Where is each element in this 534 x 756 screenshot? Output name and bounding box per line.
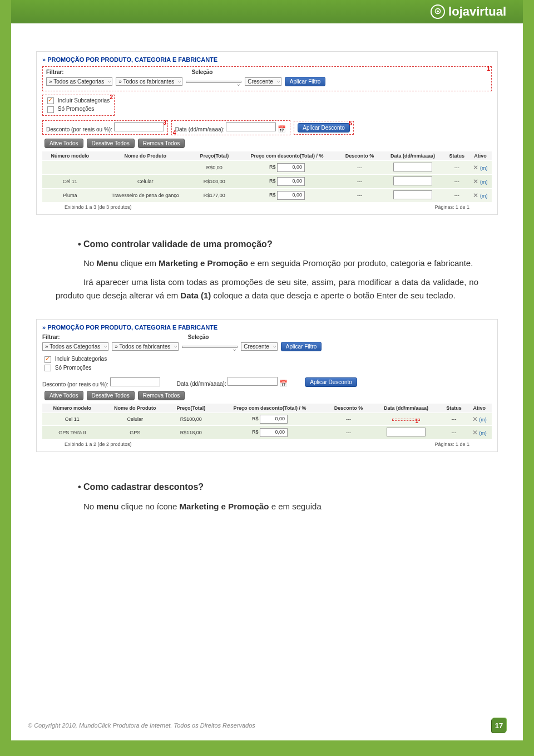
data-row-input[interactable]: 1	[392, 419, 420, 421]
data-row-input[interactable]	[393, 176, 432, 185]
delete-icon[interactable]: ✕	[472, 415, 478, 423]
categorias-select[interactable]: » Todos as Categorias	[42, 342, 108, 351]
delete-icon[interactable]: ✕	[473, 192, 478, 199]
desative-todos-button[interactable]: Desative Todos	[87, 391, 135, 400]
page-number: 17	[492, 718, 506, 733]
th-preco: Preço(Total)	[193, 151, 236, 161]
panel-title: PROMOÇÃO POR PRODUTO, CATEGORIA E FABRIC…	[42, 56, 492, 63]
fabricantes-select[interactable]: » Todos os fabricantes	[116, 77, 182, 86]
so-promo-label: Só Promoções	[55, 365, 92, 371]
table-row: Cel 11 Celular R$100,00 R$ 0,00 --- --- …	[42, 174, 492, 188]
selecao-label: Seleção	[188, 334, 209, 340]
table-row: GPS Terra II GPS R$118,00 R$ 0,00 --- --…	[42, 426, 492, 440]
text-section-2: Como cadastrar descontos? No menu clique…	[56, 480, 478, 513]
marker-3: 3	[163, 120, 166, 126]
ordem-select[interactable]: Crescente	[245, 77, 281, 86]
table-row: Cel 11 Celular R$100,00 R$ 0,00 --- 1 --…	[42, 413, 492, 426]
incluir-sub-checkbox[interactable]	[44, 356, 51, 363]
so-promo-checkbox[interactable]	[44, 365, 51, 371]
data-input[interactable]	[226, 122, 276, 131]
data-label: Data (dd/mm/aaaa):	[175, 126, 225, 132]
heading-validade: Como controlar validade de uma promoção?	[78, 237, 478, 252]
logo-icon: ⦿	[431, 4, 445, 19]
th-nome: Nome do Produto	[97, 151, 193, 161]
exibindo-label: Exibindo 1 a 2 (de 2 produtos)	[65, 441, 132, 447]
marker-5: 5	[349, 120, 352, 126]
ordem-select[interactable]: Crescente	[241, 342, 278, 351]
marker-4: 4	[173, 130, 176, 136]
categorias-select[interactable]: » Todos as Categorias	[46, 77, 112, 86]
selecao-label: Seleção	[192, 69, 213, 75]
th-desconto: Desconto %	[338, 151, 380, 161]
produtos-table-2: Número modelo Nome do Produto Preço(Tota…	[42, 404, 492, 439]
marker-1: 1	[487, 66, 490, 72]
selecao-select[interactable]	[182, 346, 238, 348]
delete-icon[interactable]: ✕	[473, 178, 478, 185]
preco-desc-input[interactable]: 0,00	[260, 428, 288, 437]
screenshot-promo-1: PROMOÇÃO POR PRODUTO, CATEGORIA E FABRIC…	[36, 51, 498, 215]
page-header: ⦿ lojavirtual	[11, 0, 523, 23]
produtos-table: Número modelo Nome do Produto Preço(Tota…	[42, 151, 492, 202]
calendar-icon[interactable]: 📅	[278, 125, 286, 133]
page-footer: © Copyright 2010, MundoClick Produtora d…	[11, 718, 523, 733]
heading-descontos: Como cadastrar descontos?	[78, 480, 478, 494]
marker-2: 2	[110, 94, 113, 100]
incluir-sub-label: Incluir Subcategorias	[58, 97, 110, 104]
calendar-icon[interactable]: 📅	[279, 380, 288, 387]
paginas-label: Páginas: 1 de 1	[434, 441, 469, 447]
delete-icon[interactable]: ✕	[472, 429, 478, 436]
brand-logo: ⦿ lojavirtual	[431, 4, 506, 19]
data-label: Data (dd/mm/aaaa):	[177, 381, 226, 387]
text-section-1: Como controlar validade de uma promoção?…	[56, 237, 478, 303]
table-row: R$0,00 R$ 0,00 --- --- ✕ (m)	[42, 160, 492, 174]
incluir-sub-checkbox[interactable]	[47, 97, 54, 104]
selecao-select[interactable]	[186, 81, 241, 83]
th-numero: Número modelo	[42, 151, 97, 161]
filtrar-label: Filtrar:	[46, 69, 64, 75]
ative-todos-button[interactable]: Ative Todos	[44, 391, 83, 400]
aplicar-desconto-button[interactable]: Aplicar Desconto	[298, 123, 350, 132]
desconto-input[interactable]	[110, 377, 160, 386]
m-link[interactable]: (m)	[479, 417, 487, 423]
th-data: Data (dd/mm/aaaa)	[380, 151, 444, 161]
marker-1: 1	[416, 418, 419, 424]
preco-desc-input[interactable]: 0,00	[277, 163, 305, 172]
panel-title: PROMOÇÃO POR PRODUTO, CATEGORIA E FABRIC…	[42, 324, 492, 331]
remova-todos-button[interactable]: Remova Todos	[138, 391, 185, 400]
table-row: Pluma Travesseiro de pena de ganço R$177…	[42, 188, 492, 202]
data-row-input[interactable]	[387, 428, 426, 436]
delete-icon[interactable]: ✕	[473, 164, 478, 171]
preco-desc-input[interactable]: 0,00	[277, 177, 305, 186]
desative-todos-button[interactable]: Desative Todos	[87, 139, 135, 148]
remova-todos-button[interactable]: Remova Todos	[138, 139, 185, 148]
so-promo-checkbox[interactable]	[47, 106, 54, 113]
brand-name: lojavirtual	[448, 4, 506, 19]
screenshot-promo-2: PROMOÇÃO POR PRODUTO, CATEGORIA E FABRIC…	[36, 319, 498, 452]
desconto-input[interactable]	[114, 122, 164, 131]
desconto-label: Desconto (por reais ou %):	[46, 126, 112, 132]
preco-desc-input[interactable]: 0,00	[260, 415, 288, 424]
data-row-input[interactable]	[393, 163, 432, 171]
m-link[interactable]: (m)	[480, 193, 488, 199]
th-ativo: Ativo	[469, 151, 492, 161]
aplicar-desconto-button[interactable]: Aplicar Desconto	[305, 377, 357, 387]
paginas-label: Páginas: 1 de 1	[434, 204, 469, 210]
data-input[interactable]	[228, 377, 278, 386]
aplicar-filtro-button[interactable]: Aplicar Filtro	[281, 342, 322, 351]
m-link[interactable]: (m)	[480, 179, 488, 185]
th-status: Status	[445, 151, 469, 161]
m-link[interactable]: (m)	[479, 430, 487, 436]
fabricantes-select[interactable]: » Todos os fabricantes	[112, 342, 179, 351]
ative-todos-button[interactable]: Ative Todos	[44, 139, 83, 148]
th-preco-desc: Preço com desconto(Total) / %	[236, 151, 339, 161]
exibindo-label: Exibindo 1 a 3 (de 3 produtos)	[65, 204, 132, 210]
so-promo-label: Só Promoções	[58, 106, 95, 112]
data-row-input[interactable]	[393, 190, 432, 199]
aplicar-filtro-button[interactable]: Aplicar Filtro	[285, 77, 326, 86]
copyright-text: © Copyright 2010, MundoClick Produtora d…	[28, 722, 255, 729]
desconto-label: Desconto (por reais ou %):	[42, 381, 108, 387]
incluir-sub-label: Incluir Subcategorias	[55, 356, 107, 362]
preco-desc-input[interactable]: 0,00	[277, 191, 305, 200]
m-link[interactable]: (m)	[480, 165, 488, 171]
filtrar-label: Filtrar:	[42, 334, 60, 340]
